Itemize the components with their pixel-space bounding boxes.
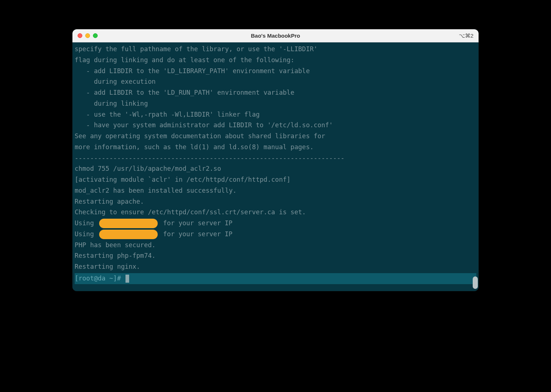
- terminal-line: mod_aclr2 has been installed successfull…: [75, 185, 476, 196]
- terminal-line: Restarting apache.: [75, 196, 476, 207]
- terminal-line: during linking: [75, 98, 476, 109]
- terminal-line: - add LIBDIR to the 'LD_RUN_PATH' enviro…: [75, 87, 476, 98]
- cursor-icon: [125, 275, 129, 283]
- redaction-block: [99, 219, 158, 228]
- terminal-line: - have your system administrator add LIB…: [75, 120, 476, 131]
- terminal-line: during execution: [75, 76, 476, 87]
- terminal-window: Bao's MacbookPro ⌥⌘2 specify the full pa…: [72, 29, 479, 291]
- window-title: Bao's MacbookPro: [72, 33, 479, 39]
- terminal-line: specify the full pathname of the library…: [75, 44, 476, 55]
- terminal-line: PHP has been secured.: [75, 240, 476, 251]
- minimize-icon[interactable]: [85, 33, 90, 38]
- traffic-lights: [72, 33, 98, 38]
- redact-suffix: for your server IP: [159, 218, 232, 229]
- terminal-line: flag during linking and do at least one …: [75, 55, 476, 66]
- terminal-line: [activating module `aclr' in /etc/httpd/…: [75, 174, 476, 185]
- terminal-line: See any operating system documentation a…: [75, 131, 476, 142]
- redact-prefix: Using: [75, 229, 98, 240]
- redaction-block: [99, 230, 158, 239]
- prompt-line[interactable]: [root@da ~]#: [75, 273, 476, 284]
- terminal-line: more information, such as the ld(1) and …: [75, 142, 476, 153]
- terminal-line: - add LIBDIR to the 'LD_LIBRARY_PATH' en…: [75, 66, 476, 77]
- maximize-icon[interactable]: [93, 33, 98, 38]
- terminal-body[interactable]: specify the full pathname of the library…: [72, 42, 479, 291]
- terminal-line: Checking to ensure /etc/httpd/conf/ssl.c…: [75, 207, 476, 218]
- redact-prefix: Using: [75, 218, 98, 229]
- close-icon[interactable]: [78, 33, 82, 38]
- terminal-line: - use the '-Wl,-rpath -Wl,LIBDIR' linker…: [75, 109, 476, 120]
- terminal-line: Restarting php-fpm74.: [75, 250, 476, 261]
- titlebar[interactable]: Bao's MacbookPro ⌥⌘2: [72, 29, 479, 42]
- terminal-line: chmod 755 /usr/lib/apache/mod_aclr2.so: [75, 163, 476, 174]
- prompt-text: [root@da ~]#: [75, 273, 125, 284]
- keyboard-shortcut: ⌥⌘2: [459, 33, 473, 39]
- terminal-line-redacted: Using for your server IP: [75, 218, 476, 229]
- redact-suffix: for your server IP: [159, 229, 232, 240]
- scrollbar-thumb[interactable]: [473, 276, 478, 289]
- terminal-line-redacted: Using for your server IP: [75, 229, 476, 240]
- terminal-line: Restarting nginx.: [75, 261, 476, 272]
- terminal-line: ----------------------------------------…: [75, 153, 476, 164]
